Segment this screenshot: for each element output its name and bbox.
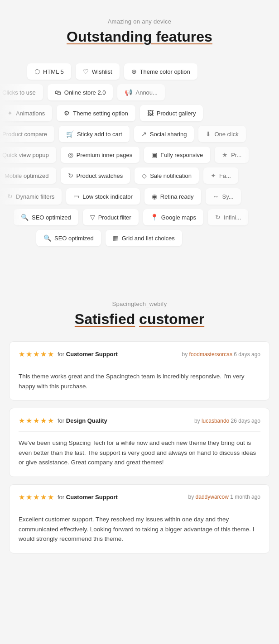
star-icon: ★ (33, 493, 39, 501)
feature-label: HTML 5 (43, 68, 64, 75)
feature-pill-product-compare: ◻ Product compare (0, 126, 54, 142)
features-title: Outstanding features (0, 29, 279, 45)
feature-pill-pr: ★ Pr... (215, 147, 249, 163)
feature-label: One click (214, 131, 238, 138)
feature-pill-announcement: 📢 Annou... (117, 84, 164, 100)
review-card-0: ★★★★★ for Customer Support by foodmaster… (9, 341, 270, 401)
feature-label: Low stock indicator (82, 193, 133, 200)
heart-icon: ♡ (83, 68, 89, 75)
features-row-6: 📱 Mobile optimized ↻ Product swatches ◇ … (0, 167, 279, 184)
reviews-title-accent: customer (139, 311, 204, 327)
search-icon: 🔍 (21, 214, 29, 221)
feature-pill-theme-color: ⊕ Theme color option (124, 63, 197, 80)
star-icon: ★ (40, 493, 47, 501)
star-icon: ★ (48, 350, 54, 358)
feature-label: Quick view popup (2, 152, 49, 158)
feature-label: Pr... (231, 152, 241, 158)
star-icon: ★ (26, 493, 32, 501)
review-author[interactable]: foodmastersorcas (189, 351, 232, 358)
palette-icon: ⊕ (131, 68, 137, 75)
feature-pill-sticky-cart: 🛒 Sticky add to cart (59, 126, 130, 142)
reviews-section: Spacingtech_webify Satisfied customer ★★… (0, 278, 279, 579)
feature-pill-product-swatches: ↻ Product swatches (61, 167, 130, 184)
feature-label: Product compare (2, 131, 47, 138)
feature-label: Premium inner pages (77, 152, 133, 158)
review-header: ★★★★★ for Customer Support by daddywarco… (19, 493, 260, 501)
features-row-3: ✦ Animations ⚙ Theme setting option 🖼 Pr… (0, 105, 279, 121)
review-body: We've been using Spacing Tech for a whil… (19, 431, 260, 467)
feature-label: Product gallery (157, 110, 196, 117)
features-title-main: Outstanding (67, 29, 156, 45)
features-section: Amazing on any device Outstanding featur… (0, 0, 279, 278)
feature-pill-sale-notification: ◇ Sale notification (135, 167, 199, 184)
cart-icon: 🛒 (66, 130, 74, 138)
responsive-icon: ▣ (151, 151, 157, 158)
review-category: Customer Support (66, 494, 118, 501)
features-row-4: ◻ Product compare 🛒 Sticky add to cart ↗… (0, 126, 279, 142)
feature-label: Social sharing (150, 131, 187, 138)
feature-pill-animations: ✦ Animations (0, 105, 52, 121)
review-for: for Customer Support (58, 351, 118, 358)
review-header: ★★★★★ for Customer Support by foodmaster… (19, 350, 260, 358)
share-icon: ↗ (141, 130, 147, 138)
stock-icon: ▭ (73, 193, 79, 200)
feature-label: Annou... (135, 89, 157, 96)
feature-label: SEO optimized (32, 214, 71, 221)
mobile-icon: 📱 (0, 172, 1, 179)
review-category: Design Quality (66, 417, 107, 424)
feature-pill-seo2: 🔍 SEO optimized (36, 230, 101, 246)
review-for: for Customer Support (58, 494, 118, 501)
feature-pill-grid-list: ▦ Grid and list choices (106, 230, 182, 246)
feature-pill-clicks: ◻ Clicks to use (0, 84, 43, 100)
star-icon: ★ (19, 416, 25, 425)
features-grid: ⬡ HTML 5 ♡ Wishlist ⊕ Theme color option… (0, 63, 279, 251)
feature-pill-theme-setting: ⚙ Theme setting option (57, 105, 135, 121)
feature-label: SEO optimized (54, 235, 94, 242)
eye-icon: ◉ (152, 193, 157, 200)
feature-label: Fully responsive (160, 152, 203, 158)
reviews-container: ★★★★★ for Customer Support by foodmaster… (9, 341, 270, 553)
review-stars: ★★★★★ (19, 416, 54, 425)
html5-icon: ⬡ (34, 68, 40, 75)
store-icon: 🛍 (55, 89, 61, 96)
feature-label: Infini... (224, 214, 241, 221)
review-category: Customer Support (66, 351, 118, 358)
sparkle-icon: ✦ (211, 172, 216, 179)
feature-pill-social-sharing: ↗ Social sharing (134, 126, 194, 142)
star-icon: ★ (26, 416, 32, 425)
feature-pill-quick-view: ◻ Quick view popup (0, 147, 56, 163)
star-icon: ★ (48, 493, 54, 501)
feature-label: Retina ready (160, 193, 194, 200)
feature-label: Theme setting option (73, 110, 128, 117)
swatches-icon: ↻ (68, 172, 73, 179)
feature-label: Clicks to use (2, 89, 36, 96)
reviews-title-main: Satisfied (75, 311, 135, 327)
review-left: ★★★★★ for Design Quality (19, 416, 107, 425)
features-row-7: ↻ Dynamic filters ▭ Low stock indicator … (0, 188, 279, 205)
star-icon: ★ (19, 493, 25, 501)
star-icon: ★ (40, 416, 47, 425)
feature-pill-low-stock: ▭ Low stock indicator (66, 188, 140, 205)
feature-pill-online-store: 🛍 Online store 2.0 (48, 84, 113, 100)
review-author[interactable]: daddywarcow (196, 494, 229, 500)
feature-label: Grid and list choices (122, 235, 175, 242)
review-left: ★★★★★ for Customer Support (19, 493, 118, 501)
feature-label: Fa... (219, 172, 231, 179)
map-icon: 📍 (150, 214, 158, 221)
feature-pill-fa: ✦ Fa... (203, 167, 238, 184)
feature-label: Product swatches (77, 172, 123, 179)
feature-label: Animations (16, 110, 45, 117)
funnel-icon: ▽ (90, 214, 95, 221)
pages-icon: ◎ (68, 151, 73, 158)
star-icon: ★ (26, 350, 32, 358)
review-author[interactable]: lucasbando (202, 418, 229, 424)
feature-label: Sticky add to cart (77, 131, 122, 138)
features-row-8: 🔍 SEO optimized ▽ Product filter 📍 Googl… (0, 209, 279, 225)
star-icon: ★ (33, 350, 39, 358)
expand-icon: ↔ (213, 193, 219, 200)
star-icon: ★ (33, 416, 39, 425)
feature-pill-mobile: 📱 Mobile optimized (0, 167, 56, 184)
review-stars: ★★★★★ (19, 493, 54, 501)
feature-label: Mobile optimized (5, 172, 49, 179)
review-meta: by daddywarcow 1 month ago (188, 494, 260, 500)
